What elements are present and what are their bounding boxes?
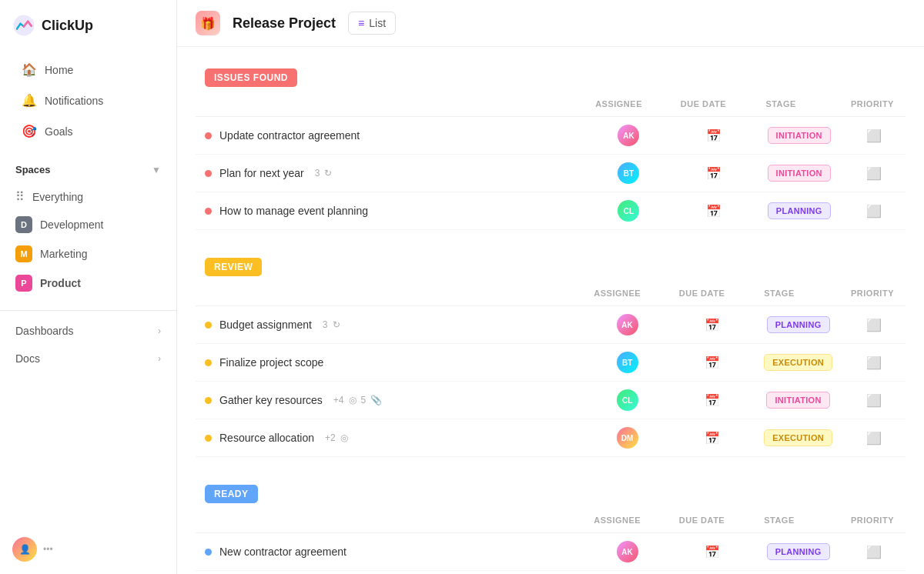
task-title: New contractor agreement <box>219 546 346 558</box>
stage-badge: INITIATION <box>768 165 831 182</box>
sidebar-item-everything-label: Everything <box>32 191 83 203</box>
docs-label: Docs <box>15 352 40 365</box>
ready-badge: READY <box>205 485 258 503</box>
task-dot <box>205 359 212 366</box>
th-task-name <box>196 92 586 117</box>
sidebar-item-product[interactable]: P Product <box>0 269 176 298</box>
spaces-label: Spaces <box>15 164 51 175</box>
calendar-icon: 📅 <box>706 205 721 218</box>
task-title: Finalize project scope <box>219 356 323 369</box>
task-title: Gather key resources <box>219 394 323 406</box>
sidebar-footer: 👤 ••• <box>0 525 176 574</box>
table-row[interactable]: Update contractor agreement AK 📅 INITIAT… <box>196 117 906 155</box>
task-meta: +2 ◎ <box>325 432 348 443</box>
sidebar-item-home[interactable]: 🏠 Home <box>6 55 170 85</box>
task-dot <box>205 322 212 329</box>
priority-icon: ⬜ <box>866 129 882 142</box>
th-stage: STAGE <box>755 281 842 306</box>
user-avatar[interactable]: 👤 <box>12 537 37 562</box>
spaces-section-header: Spaces ▼ <box>0 156 176 183</box>
sidebar-item-marketing[interactable]: M Marketing <box>0 239 176 269</box>
sidebar-item-development[interactable]: D Development <box>0 210 176 239</box>
group-title-row-ready: READY <box>196 479 906 508</box>
th-priority: PRIORITY <box>842 508 906 533</box>
sidebar-item-marketing-label: Marketing <box>40 248 87 260</box>
app-logo[interactable]: ClickUp <box>0 0 176 51</box>
th-assignee: ASSIGNEE <box>584 508 669 533</box>
task-dot <box>205 549 212 556</box>
attachment-count: 5 <box>361 395 367 405</box>
avatar: CL <box>617 389 638 411</box>
link-icon: ◎ <box>340 432 348 443</box>
sidebar-item-docs[interactable]: Docs › <box>0 345 176 372</box>
refresh-icon: ↻ <box>324 168 332 179</box>
task-dot <box>205 170 212 177</box>
table-row[interactable]: Budget assignment 3 ↻ AK 📅 PLANNING ⬜ <box>196 306 906 344</box>
marketing-space-icon: M <box>15 245 32 262</box>
th-duedate: DUE DATE <box>670 281 755 306</box>
docs-expand-icon: › <box>158 353 161 364</box>
table-row[interactable]: How to manage event planning CL 📅 PLANNI… <box>196 192 906 230</box>
calendar-icon: 📅 <box>705 356 720 369</box>
th-priority: PRIORITY <box>842 281 906 306</box>
bell-icon: 🔔 <box>22 93 37 108</box>
stage-badge: PLANNING <box>767 316 830 333</box>
task-title: Update contractor agreement <box>219 129 360 142</box>
paperclip-icon: 📎 <box>370 395 382 405</box>
meta-count: 3 <box>315 168 320 179</box>
avatar: AK <box>617 314 638 335</box>
product-space-icon: P <box>15 275 32 292</box>
user-menu-dots[interactable]: ••• <box>43 544 53 555</box>
avatar: BT <box>618 162 639 184</box>
sidebar-item-product-label: Product <box>40 277 81 289</box>
calendar-icon: 📅 <box>705 432 720 445</box>
table-row[interactable]: Plan for next year 3 ↻ BT 📅 INITIATION ⬜ <box>196 155 906 192</box>
th-duedate: DUE DATE <box>670 508 755 533</box>
priority-icon: ⬜ <box>866 394 882 407</box>
th-task-name <box>196 508 584 533</box>
table-row[interactable]: New contractor agreement AK 📅 PLANNING ⬜ <box>196 533 906 571</box>
th-duedate: DUE DATE <box>671 92 757 117</box>
review-badge: REVIEW <box>205 258 262 276</box>
group-title-row-issues: ISSUES FOUND <box>196 62 906 92</box>
th-assignee: ASSIGNEE <box>584 281 669 306</box>
sidebar-item-goals[interactable]: 🎯 Goals <box>6 116 170 146</box>
sidebar-item-dashboards[interactable]: Dashboards › <box>0 317 176 345</box>
app-name: ClickUp <box>42 18 93 34</box>
review-table: REVIEW ASSIGNEE DUE DATE STAGE PRIORITY <box>196 252 906 457</box>
calendar-icon: 📅 <box>705 319 720 332</box>
home-icon: 🏠 <box>22 62 37 77</box>
task-title: How to manage event planning <box>219 205 368 217</box>
sidebar-item-everything[interactable]: ⠿ Everything <box>0 183 176 210</box>
task-title: Resource allocation <box>219 432 314 444</box>
calendar-icon: 📅 <box>705 394 720 407</box>
group-ready: READY ASSIGNEE DUE DATE STAGE PRIORITY <box>196 479 906 574</box>
sidebar-bottom-nav: Dashboards › Docs › <box>0 310 176 372</box>
sidebar-item-notifications[interactable]: 🔔 Notifications <box>6 85 170 115</box>
table-row[interactable]: Finalize project scope BT 📅 EXECUTION ⬜ <box>196 344 906 382</box>
spaces-collapse-icon[interactable]: ▼ <box>152 165 161 175</box>
table-row[interactable]: Refresh company website 5 📎 EP 📅 EXECUTI… <box>196 571 906 575</box>
priority-icon: ⬜ <box>866 167 882 180</box>
task-title: Plan for next year <box>219 167 304 179</box>
th-stage: STAGE <box>755 508 842 533</box>
table-row[interactable]: Gather key resources +4 ◎ 5 📎 CL 📅 <box>196 382 906 419</box>
priority-icon: ⬜ <box>866 546 882 559</box>
goals-icon: 🎯 <box>22 124 37 138</box>
table-header-ready: ASSIGNEE DUE DATE STAGE PRIORITY <box>196 508 906 533</box>
calendar-icon: 📅 <box>705 546 720 559</box>
topbar: 🎁 Release Project ≡ List <box>177 0 924 47</box>
dashboards-expand-icon: › <box>158 325 161 336</box>
refresh-icon: ↻ <box>333 319 340 330</box>
group-issues-found: ISSUES FOUND ASSIGNEE DUE DATE STAGE PRI… <box>196 62 906 230</box>
task-dot <box>205 208 212 215</box>
list-icon: ≡ <box>358 17 364 29</box>
development-space-icon: D <box>15 216 32 233</box>
group-title-row-review: REVIEW <box>196 252 906 281</box>
view-switcher[interactable]: ≡ List <box>348 12 396 35</box>
sidebar-item-home-label: Home <box>45 64 73 76</box>
grid-icon: ⠿ <box>15 189 25 204</box>
stage-badge: INITIATION <box>766 392 829 409</box>
avatar: AK <box>617 541 638 562</box>
table-row[interactable]: Resource allocation +2 ◎ DM 📅 EXECUTION … <box>196 419 906 457</box>
